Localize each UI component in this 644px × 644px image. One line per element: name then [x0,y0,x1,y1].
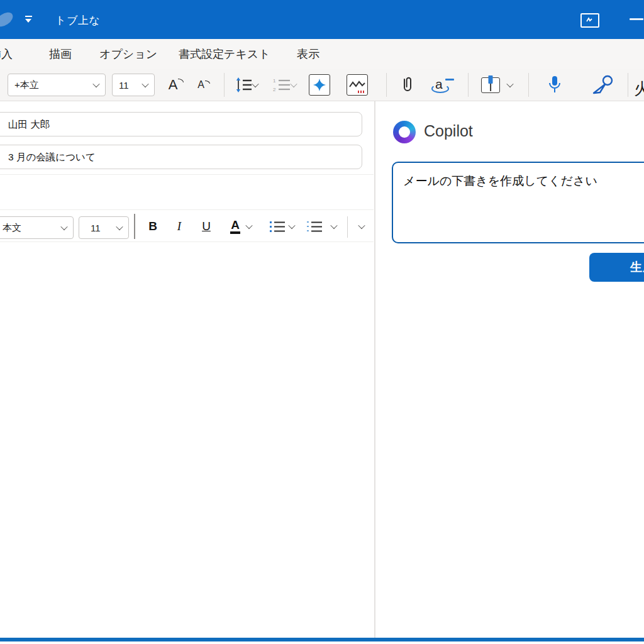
grow-arc-icon [178,79,184,82]
ribbon-toolbar: +本立 11 A A [0,69,644,101]
subject-field[interactable]: 3 月の会議について [0,145,362,169]
numbered-list-icon: 1 2 [272,77,291,93]
divider-line [0,209,374,210]
toolbar-separator [468,73,469,97]
copilot-prompt-text: メールの下書きを作成してください [403,173,597,189]
italic-button[interactable]: I [169,215,190,238]
quick-access-customize-icon[interactable] [23,14,36,26]
bullet-list-button[interactable] [265,215,298,238]
font-color-button[interactable]: A [223,215,259,238]
subject-value: 3 月の会議について [8,145,96,169]
grow-font-button[interactable]: A [162,74,190,96]
microphone-icon [546,75,564,95]
body-font-dropdown[interactable]: 本文 [0,216,74,239]
message-body[interactable] [0,242,374,638]
letter-a-language-icon: a [430,75,455,95]
name-check-button[interactable]: a [428,74,458,96]
numbered-list-button[interactable] [302,215,341,238]
chevron-down-icon [288,222,295,229]
chart-button[interactable] [346,74,369,96]
to-field[interactable]: 山田 大郎 [0,112,362,136]
loop-send-icon [591,74,616,96]
bottom-accent-bar [0,638,644,641]
chevron-down-icon [358,222,365,229]
tab-draw[interactable]: 描画 [49,47,72,62]
font-size-dropdown[interactable]: 11 [112,74,155,96]
chevron-down-icon [290,80,297,87]
shrink-arc-icon [205,80,210,84]
bullet-list-icon [269,219,286,233]
svg-text:2: 2 [273,87,276,92]
copilot-sparkle-button[interactable] [308,74,331,96]
font-size-value: 11 [119,80,143,91]
tab-options[interactable]: オプション [99,47,157,62]
window-mode-icon[interactable] [580,13,599,28]
more-formatting-button[interactable] [352,215,371,238]
font-name-dropdown[interactable]: +本立 [8,74,106,96]
paperclip-icon [399,75,416,94]
toolbar-separator [528,73,529,97]
line-spacing-button[interactable] [230,74,263,96]
split-pane-icon [481,77,500,93]
generate-button[interactable]: 生成 [589,253,644,282]
line-spacing-icon [235,77,253,93]
shrink-font-button[interactable]: A [191,74,216,96]
chevron-down-icon [116,223,123,230]
tab-insert[interactable]: 挿入 [0,47,13,62]
body-font-size-value: 11 [86,223,117,233]
toolbar-separator [386,73,387,97]
to-value: 山田 大郎 [8,113,50,136]
font-name-value: +本立 [14,79,94,91]
copilot-prompt-input[interactable]: メールの下書きを作成してください [392,162,644,243]
main-area: 山田 大郎 3 月の会議について 本文 11 B I U [0,101,644,638]
copilot-logo-icon [393,121,416,143]
chevron-down-icon [60,223,67,230]
chevron-down-icon [506,80,513,87]
chevron-down-icon [252,80,258,87]
chevron-down-icon [92,80,99,87]
tab-format-text[interactable]: 書式設定テキスト [179,47,270,62]
minimize-button[interactable] [630,18,643,20]
message-format-toolbar: 本文 11 B I U A [0,211,374,242]
numbered-list-icon [306,219,323,233]
divider-line [0,174,374,175]
window-title: トブ上な [55,13,100,28]
body-font-size-dropdown[interactable]: 11 [79,216,129,239]
send-loop-button[interactable] [587,74,620,96]
window-glyph-icon [586,17,593,23]
toolbar-separator [134,214,135,239]
app-logo-partial [0,9,15,30]
ribbon-tab-row: 挿入 描画 オプション 書式設定テキスト 表示 [0,39,644,69]
toolbar-separator [224,73,225,97]
numbered-list-button[interactable]: 1 2 [267,74,302,96]
toolbar-separator [628,73,628,97]
attach-file-button[interactable] [395,74,420,96]
dictate-button[interactable] [541,74,569,96]
clipped-toolbar-icon[interactable]: 火 [634,78,644,100]
copilot-title: Copilot [424,122,473,140]
body-font-value: 本文 [0,222,62,234]
underline-button[interactable]: U [195,215,218,238]
chart-zigzag-icon [347,74,368,96]
sparkle-icon [309,74,330,96]
bold-button[interactable]: B [142,215,164,238]
chevron-down-icon [142,80,148,87]
tab-view[interactable]: 表示 [297,47,319,62]
chevron-down-icon [245,222,252,229]
svg-text:1: 1 [273,78,276,84]
chevron-down-icon [330,222,337,229]
title-bar: トブ上な [0,0,644,39]
pane-divider [374,101,375,638]
reading-pane-button[interactable] [477,74,517,96]
toolbar-separator [347,216,348,238]
outlook-compose-window: トブ上な 挿入 描画 オプション 書式設定テキスト 表示 +本立 11 A A [0,0,644,644]
